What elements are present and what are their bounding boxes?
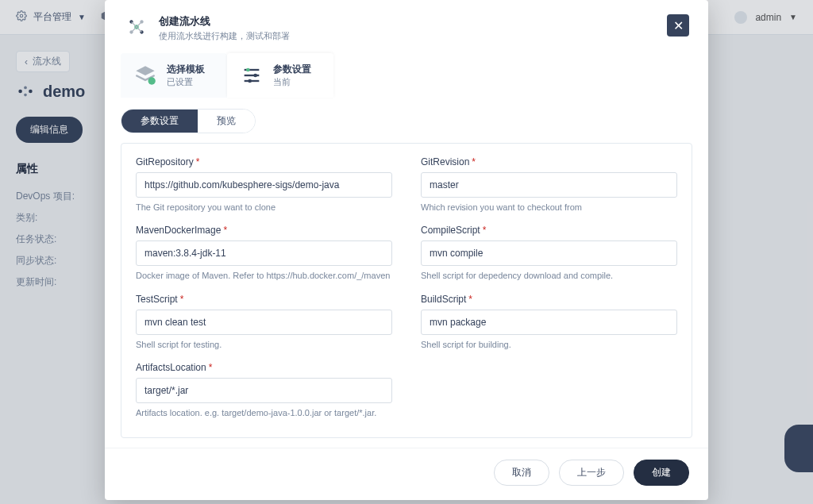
modal-title: 创建流水线	[159, 14, 290, 29]
create-pipeline-modal: 创建流水线 使用流水线进行构建，测试和部署 ✕ 选择模板 已设置	[105, 0, 708, 500]
label-compile: CompileScript*	[421, 225, 677, 236]
template-icon	[133, 63, 157, 87]
tab-switcher: 参数设置 预览	[121, 109, 256, 133]
label-git-repo: GitRepository*	[136, 156, 392, 167]
prev-button[interactable]: 上一步	[559, 460, 624, 486]
label-maven-img: MavenDockerImage*	[136, 225, 392, 236]
input-maven-img[interactable]	[136, 240, 392, 266]
svg-point-16	[246, 68, 250, 72]
help-build: Shell script for building.	[421, 339, 677, 351]
svg-line-12	[132, 27, 137, 33]
label-git-rev: GitRevision*	[421, 156, 677, 167]
step-select-template[interactable]: 选择模板 已设置	[121, 53, 227, 98]
svg-point-18	[253, 74, 257, 78]
input-build[interactable]	[421, 310, 677, 335]
close-button[interactable]: ✕	[667, 14, 689, 37]
modal-icon	[124, 14, 149, 40]
svg-line-10	[132, 22, 137, 28]
svg-line-11	[137, 22, 142, 28]
help-git-repo: The Git repository you want to clone	[136, 202, 392, 214]
cancel-button[interactable]: 取消	[494, 460, 549, 486]
input-git-repo[interactable]	[136, 172, 392, 198]
create-button[interactable]: 创建	[634, 460, 689, 486]
close-icon: ✕	[673, 18, 684, 33]
svg-point-14	[148, 77, 156, 84]
step-params[interactable]: 参数设置 当前	[227, 53, 333, 98]
help-test: Shell script for testing.	[136, 339, 392, 351]
modal-overlay: 创建流水线 使用流水线进行构建，测试和部署 ✕ 选择模板 已设置	[0, 0, 813, 504]
input-compile[interactable]	[421, 240, 677, 266]
sliders-icon	[240, 63, 264, 87]
side-fab[interactable]	[784, 425, 813, 472]
label-test: TestScript*	[136, 294, 392, 305]
svg-point-20	[248, 79, 252, 83]
help-maven-img: Docker image of Maven. Refer to https://…	[136, 270, 392, 282]
tab-params[interactable]: 参数设置	[121, 110, 198, 133]
label-artifacts: ArtifactsLocation*	[136, 362, 392, 373]
help-git-rev: Which revision you want to checkout from	[421, 202, 677, 214]
label-build: BuildScript*	[421, 294, 677, 305]
tab-preview[interactable]: 预览	[198, 110, 255, 133]
help-compile: Shell script for depedency download and …	[421, 270, 677, 282]
params-form: GitRepository* The Git repository you wa…	[121, 143, 692, 438]
help-artifacts: Artifacts location. e.g. target/demo-jav…	[136, 407, 392, 419]
modal-subtitle: 使用流水线进行构建，测试和部署	[159, 30, 290, 42]
svg-line-13	[137, 27, 142, 33]
input-test[interactable]	[136, 310, 392, 335]
input-git-rev[interactable]	[421, 172, 677, 198]
input-artifacts[interactable]	[136, 378, 392, 403]
